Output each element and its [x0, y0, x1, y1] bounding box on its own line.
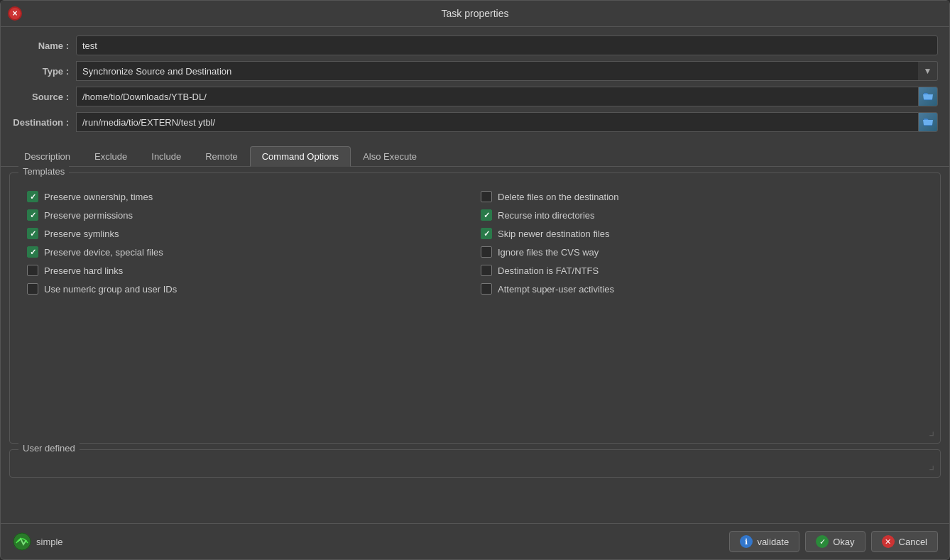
templates-section: Templates Preserve ownership, times Pres…: [9, 172, 941, 444]
cancel-label: Cancel: [899, 537, 927, 547]
checkbox-preserve-device[interactable]: [27, 246, 38, 258]
checkbox-item-use-numeric: Use numeric group and user IDs: [21, 280, 475, 298]
checkbox-super-user[interactable]: [481, 283, 492, 295]
checkbox-recurse-dirs[interactable]: [481, 209, 492, 221]
checkboxes-left-col: Preserve ownership, times Preserve permi…: [21, 187, 475, 298]
templates-content: Preserve ownership, times Preserve permi…: [10, 173, 940, 443]
checkbox-label-super-user: Attempt super-user activities: [498, 284, 614, 295]
destination-row: Destination :: [12, 112, 938, 132]
checkbox-label-delete-files: Delete files on the destination: [498, 192, 619, 202]
checkbox-label-preserve-hard-links: Preserve hard links: [44, 265, 123, 276]
simple-icon: [12, 532, 32, 551]
checkbox-label-ignore-cvs: Ignore files the CVS way: [498, 247, 599, 258]
templates-corner: ⌟: [929, 424, 934, 437]
title-bar: × Task properties: [1, 1, 949, 27]
validate-button[interactable]: ℹ validate: [729, 531, 799, 552]
checkbox-use-numeric[interactable]: [27, 283, 38, 295]
checkbox-preserve-hard-links[interactable]: [27, 265, 38, 276]
destination-input[interactable]: [76, 112, 918, 132]
folder-icon: [922, 116, 934, 128]
source-input[interactable]: [76, 87, 918, 106]
checkbox-preserve-symlinks[interactable]: [27, 228, 38, 239]
checkbox-item-super-user: Attempt super-user activities: [475, 280, 929, 298]
validate-icon: ℹ: [740, 535, 753, 548]
cancel-button[interactable]: ✕ Cancel: [871, 531, 938, 552]
checkboxes-right-col: Delete files on the destination Recurse …: [475, 187, 929, 298]
tab-also-execute[interactable]: Also Execute: [351, 146, 429, 166]
destination-input-wrap: [76, 112, 938, 132]
destination-label: Destination :: [12, 117, 76, 128]
checkbox-label-preserve-permissions: Preserve permissions: [44, 210, 133, 221]
checkbox-item-preserve-device: Preserve device, special files: [21, 243, 475, 261]
checkbox-label-preserve-ownership: Preserve ownership, times: [44, 192, 153, 202]
type-select-wrap: Synchronize Source and Destination ▼: [76, 61, 938, 81]
checkbox-fat-ntfs[interactable]: [481, 265, 492, 276]
bottom-right-buttons: ℹ validate ✓ Okay ✕ Cancel: [729, 531, 938, 552]
checkboxes-grid: Preserve ownership, times Preserve permi…: [21, 187, 929, 298]
source-label: Source :: [12, 92, 76, 102]
source-input-wrap: [76, 87, 938, 106]
type-select[interactable]: Synchronize Source and Destination: [76, 61, 918, 81]
source-row: Source :: [12, 87, 938, 106]
okay-label: Okay: [833, 537, 854, 547]
source-browse-button[interactable]: [918, 87, 938, 106]
dialog-title: Task properties: [442, 8, 509, 19]
bottom-bar: simple ℹ validate ✓ Okay ✕ Cancel: [1, 523, 949, 559]
checkbox-label-recurse-dirs: Recurse into directories: [498, 210, 595, 221]
checkbox-label-skip-newer: Skip newer destination files: [498, 229, 610, 239]
dialog-window: × Task properties Name : Type : Synchron…: [0, 0, 950, 560]
tab-exclude[interactable]: Exclude: [82, 146, 139, 166]
validate-label: validate: [757, 537, 789, 547]
type-row: Type : Synchronize Source and Destinatio…: [12, 61, 938, 81]
tab-remote[interactable]: Remote: [193, 146, 250, 166]
checkbox-item-skip-newer: Skip newer destination files: [475, 224, 929, 243]
folder-icon: [922, 91, 934, 102]
checkbox-label-use-numeric: Use numeric group and user IDs: [44, 284, 177, 295]
user-defined-corner: ⌟: [929, 457, 934, 473]
content-area: Templates Preserve ownership, times Pres…: [1, 167, 949, 523]
checkbox-item-preserve-hard-links: Preserve hard links: [21, 261, 475, 280]
checkbox-delete-files[interactable]: [481, 191, 492, 202]
user-defined-section: User defined ⌟: [9, 449, 941, 478]
type-dropdown-arrow: ▼: [918, 61, 938, 81]
checkbox-label-preserve-device: Preserve device, special files: [44, 247, 163, 258]
tab-include[interactable]: Include: [139, 146, 193, 166]
tabs-bar: Description Exclude Include Remote Comma…: [1, 146, 949, 167]
checkbox-preserve-permissions[interactable]: [27, 209, 38, 221]
type-label: Type :: [12, 66, 76, 77]
simple-button[interactable]: simple: [12, 532, 63, 551]
user-defined-title: User defined: [18, 443, 80, 454]
checkbox-item-fat-ntfs: Destination is FAT/NTFS: [475, 261, 929, 280]
templates-title: Templates: [18, 166, 69, 177]
okay-button[interactable]: ✓ Okay: [805, 531, 865, 552]
cancel-icon: ✕: [882, 535, 895, 548]
simple-label: simple: [36, 537, 63, 547]
checkbox-item-preserve-ownership: Preserve ownership, times: [21, 187, 475, 206]
checkbox-item-preserve-symlinks: Preserve symlinks: [21, 224, 475, 243]
okay-icon: ✓: [816, 535, 829, 548]
checkbox-item-recurse-dirs: Recurse into directories: [475, 206, 929, 224]
tab-description[interactable]: Description: [12, 146, 82, 166]
tab-command-options[interactable]: Command Options: [250, 146, 351, 167]
form-area: Name : Type : Synchronize Source and Des…: [1, 27, 949, 143]
name-label: Name :: [12, 40, 76, 51]
destination-browse-button[interactable]: [918, 112, 938, 132]
name-row: Name :: [12, 35, 938, 55]
checkbox-label-preserve-symlinks: Preserve symlinks: [44, 229, 119, 239]
checkbox-item-ignore-cvs: Ignore files the CVS way: [475, 243, 929, 261]
name-input[interactable]: [76, 35, 938, 55]
checkbox-preserve-ownership[interactable]: [27, 191, 38, 202]
close-button[interactable]: ×: [8, 6, 22, 21]
checkbox-item-preserve-permissions: Preserve permissions: [21, 206, 475, 224]
checkbox-item-delete-files: Delete files on the destination: [475, 187, 929, 206]
checkbox-label-fat-ntfs: Destination is FAT/NTFS: [498, 265, 599, 276]
checkbox-ignore-cvs[interactable]: [481, 246, 492, 258]
checkbox-skip-newer[interactable]: [481, 228, 492, 239]
